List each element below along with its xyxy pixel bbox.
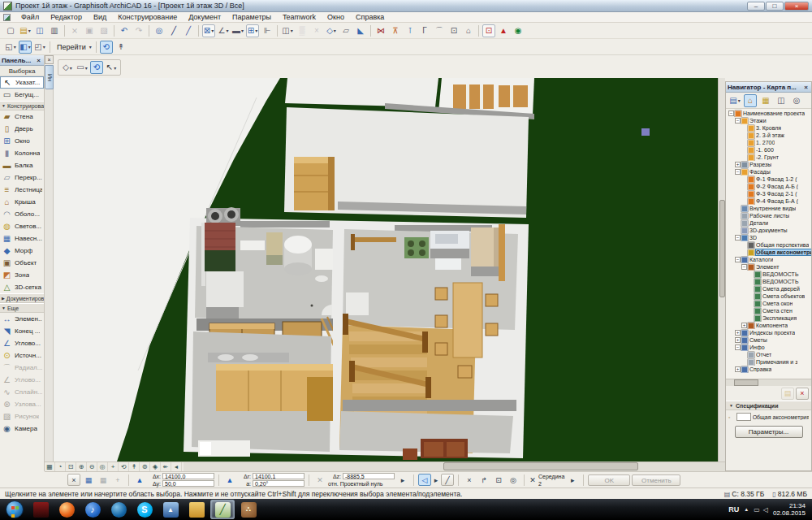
master-layout-button[interactable]: ◰▾ [33, 41, 46, 54]
3d-model-view[interactable] [54, 78, 718, 462]
menu-item[interactable]: Вид [88, 12, 112, 23]
dr-input[interactable]: 14100,1 [253, 473, 304, 479]
float-window-button[interactable]: ◱▾ [4, 41, 17, 54]
settings-button[interactable]: Параметры... [735, 426, 803, 438]
zoom-in-button[interactable]: ⊕ [76, 462, 87, 471]
tree-item[interactable]: +Справка [726, 366, 811, 373]
taskbar-clock[interactable]: 21:34 02.08.2015 [773, 502, 806, 517]
tree-expander-icon[interactable]: − [735, 118, 741, 124]
minimize-button[interactable]: – [747, 2, 765, 11]
marquee-3d-button[interactable]: ▭▾ [76, 61, 89, 74]
snap-cursor-icon[interactable]: × [463, 474, 476, 486]
tool-оболо-[interactable]: ◠Оболо... [0, 208, 44, 220]
pen-set-button[interactable]: ╱ [167, 24, 180, 37]
language-indicator[interactable]: RU [728, 505, 739, 514]
slope-button[interactable]: ◣ [354, 24, 367, 37]
tree-item[interactable]: −Наименование проекта [726, 110, 811, 117]
tool-крыша[interactable]: ⌂Крыша [0, 196, 44, 208]
taskbar-app-audio-player[interactable]: ♪ [80, 500, 105, 519]
tree-item[interactable]: −Этажи [726, 117, 811, 124]
dz-input[interactable]: -8885,5 [343, 473, 395, 479]
taskbar-app-archicad[interactable]: ╱ [210, 500, 235, 519]
tree-item[interactable]: Смета стен [726, 307, 811, 314]
menu-item[interactable]: Конструирование [112, 12, 183, 23]
close-button[interactable]: × [784, 2, 809, 11]
adjust-button[interactable]: ⊡ [447, 24, 460, 37]
tree-item[interactable]: Отчет [726, 351, 811, 358]
home-story-button[interactable]: ⌂ [462, 24, 475, 37]
select-3d-button[interactable]: ◇▾ [61, 61, 74, 74]
inject-parameters-button[interactable]: ⊺ [404, 24, 417, 37]
tree-item[interactable]: 3. Кровля [726, 124, 811, 132]
tool-морф[interactable]: ◆Морф [0, 245, 44, 257]
toolbox-section[interactable]: ▼Конструирование [0, 101, 44, 110]
go-to-button[interactable]: Перейти▾ [54, 41, 93, 54]
snap-arrow-icon[interactable]: ↱ [477, 474, 490, 486]
toolbox-section[interactable]: ▼Еще [0, 303, 44, 313]
tool-колонна[interactable]: ▮Колонна [0, 147, 44, 159]
fit-in-window-button[interactable]: ▦ [45, 462, 55, 471]
orbit-view-button[interactable]: ⟲ [119, 462, 129, 471]
taskbar-app-skype[interactable]: S [132, 500, 157, 519]
dy-input[interactable]: 50,0 [162, 480, 214, 487]
open-button[interactable]: ▤▾ [19, 24, 32, 37]
tree-item[interactable]: Внутренние виды [726, 205, 811, 212]
tray-display-icon[interactable]: ▭ [754, 506, 760, 514]
taskbar-app-media-device[interactable] [28, 500, 53, 519]
title-bar[interactable]: Проект 1й этаж - Graphisoft ArchiCAD 16 … [0, 0, 812, 12]
tree-item[interactable]: −Фасады [726, 168, 811, 176]
tree-item[interactable]: +Разрезы [726, 161, 811, 168]
explore-model-button[interactable]: ↟ [114, 41, 127, 54]
menu-item[interactable]: Редактор [45, 12, 88, 23]
snap-grid-button[interactable]: ⊞▾ [246, 24, 259, 37]
line-tool-button[interactable]: ╱ [441, 474, 454, 486]
publisher-button[interactable]: ◎ [790, 94, 803, 107]
tray-volume-icon[interactable]: ◁ [763, 506, 768, 514]
start-button[interactable] [6, 500, 24, 518]
print-button[interactable]: ▥ [48, 24, 61, 37]
orbit-3d-button[interactable]: ⟲ [90, 61, 103, 74]
suspend-groups-button[interactable]: ⊠▾ [202, 24, 215, 37]
tree-expander-icon[interactable]: + [741, 323, 747, 328]
tree-item[interactable]: Смета дверей [726, 285, 811, 292]
tree-expander-icon[interactable]: + [735, 366, 741, 372]
layout-window-button[interactable]: ◧▾ [19, 41, 32, 54]
tree-expander-icon[interactable]: − [735, 344, 741, 350]
taskbar-app-firefox[interactable] [54, 500, 79, 519]
floor-plan-cutaway[interactable] [184, 207, 529, 460]
navigator-close-icon[interactable]: × [802, 84, 810, 91]
tree-item[interactable]: ВЕДОМОСТЬ [726, 278, 811, 285]
tree-expander-icon[interactable]: − [741, 264, 747, 270]
kitchen-sink[interactable] [208, 353, 289, 362]
tree-item[interactable]: Ф-1 Фасад 1-2 ( [726, 176, 811, 183]
tree-item[interactable]: Общая аксонометрия [726, 249, 811, 256]
tree-item[interactable]: Общая перспектива [726, 241, 811, 249]
taskbar-app-file-manager[interactable] [184, 500, 209, 519]
maximize-button[interactable]: □ [766, 2, 784, 11]
menu-item[interactable]: Документ [183, 12, 227, 23]
wardrobe[interactable] [421, 439, 468, 458]
fillet-button[interactable]: ⌒ [433, 24, 446, 37]
tree-item[interactable]: 3D-документы [726, 227, 811, 234]
tree-item[interactable]: ВЕДОМОСТЬ [726, 271, 811, 278]
menu-item[interactable]: Окно [322, 12, 350, 23]
bed[interactable] [198, 440, 250, 457]
tool-балка[interactable]: ▬Балка [0, 159, 44, 171]
tree-item[interactable]: Ф-4 Фасад Б-А ( [726, 197, 811, 205]
walk-view-button[interactable]: ↟ [129, 462, 140, 471]
canvas-horizontal-scrollbar[interactable] [184, 462, 725, 471]
tree-expander-icon[interactable]: − [735, 169, 741, 175]
canvas-vertical-scrollbar[interactable] [718, 78, 725, 462]
tree-expander-icon[interactable]: + [735, 330, 741, 336]
new-document-button[interactable]: ▢ [4, 24, 17, 37]
toolbox-section[interactable]: ▶Документирование [0, 293, 44, 303]
tree-item[interactable]: −Каталоги [726, 256, 811, 263]
layout-book-button[interactable]: ◫ [775, 94, 788, 107]
close-tracker-button[interactable]: × [67, 474, 80, 486]
tree-item[interactable]: Ф-3 Фасад 2-1 ( [726, 190, 811, 197]
menu-item[interactable]: Файл [15, 12, 45, 23]
project-map-button[interactable]: ⌂ [744, 94, 757, 107]
tool-элемен-[interactable]: ↔Элемен... [0, 313, 44, 325]
optimal-zoom-button[interactable]: ◎ [97, 462, 108, 471]
delete-item-button[interactable]: × [796, 388, 809, 400]
